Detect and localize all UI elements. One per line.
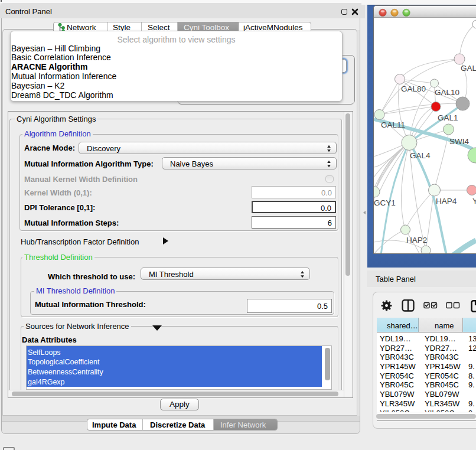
- svg-text:GAL: GAL: [461, 64, 476, 73]
- svg-text:GCY1: GCY1: [374, 198, 396, 207]
- svg-text:GAL10: GAL10: [435, 88, 459, 97]
- svg-text:SWI4: SWI4: [449, 137, 469, 146]
- svg-text:GAL11: GAL11: [381, 120, 405, 129]
- svg-text:GAL1: GAL1: [438, 113, 458, 122]
- svg-text:HAP2: HAP2: [406, 236, 427, 244]
- svg-text:HAP4: HAP4: [436, 197, 457, 206]
- svg-text:GAL4: GAL4: [410, 151, 431, 160]
- svg-text:Y: Y: [472, 197, 476, 206]
- svg-text:GAL80: GAL80: [401, 84, 426, 93]
